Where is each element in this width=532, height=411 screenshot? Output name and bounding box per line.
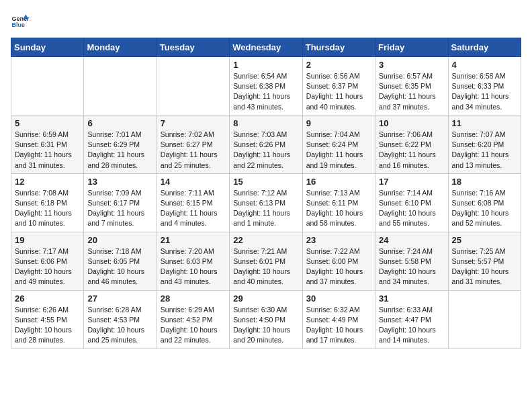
day-cell: 9Sunrise: 7:04 AM Sunset: 6:24 PM Daylig… bbox=[302, 115, 375, 173]
day-number: 19 bbox=[15, 235, 80, 245]
weekday-header-row: SundayMondayTuesdayWednesdayThursdayFrid… bbox=[11, 38, 521, 57]
weekday-header-wednesday: Wednesday bbox=[230, 38, 302, 57]
day-cell: 15Sunrise: 7:12 AM Sunset: 6:13 PM Dayli… bbox=[230, 173, 302, 232]
day-info: Sunrise: 7:07 AM Sunset: 6:20 PM Dayligh… bbox=[452, 130, 517, 171]
day-cell: 24Sunrise: 7:24 AM Sunset: 5:58 PM Dayli… bbox=[375, 232, 448, 290]
day-cell: 30Sunrise: 6:32 AM Sunset: 4:49 PM Dayli… bbox=[302, 290, 375, 349]
day-cell: 2Sunrise: 6:56 AM Sunset: 6:37 PM Daylig… bbox=[302, 57, 375, 116]
day-info: Sunrise: 6:26 AM Sunset: 4:55 PM Dayligh… bbox=[15, 305, 80, 346]
day-info: Sunrise: 7:06 AM Sunset: 6:22 PM Dayligh… bbox=[379, 130, 444, 171]
day-info: Sunrise: 7:13 AM Sunset: 6:11 PM Dayligh… bbox=[306, 188, 371, 229]
day-number: 23 bbox=[306, 235, 371, 245]
day-info: Sunrise: 7:22 AM Sunset: 6:00 PM Dayligh… bbox=[306, 246, 371, 287]
page-header: General Blue bbox=[11, 11, 521, 30]
day-cell bbox=[84, 57, 157, 116]
day-info: Sunrise: 6:33 AM Sunset: 4:47 PM Dayligh… bbox=[379, 305, 444, 346]
day-info: Sunrise: 7:21 AM Sunset: 6:01 PM Dayligh… bbox=[233, 246, 298, 287]
day-info: Sunrise: 6:56 AM Sunset: 6:37 PM Dayligh… bbox=[306, 71, 371, 112]
day-cell: 16Sunrise: 7:13 AM Sunset: 6:11 PM Dayli… bbox=[302, 173, 375, 232]
day-cell: 13Sunrise: 7:09 AM Sunset: 6:17 PM Dayli… bbox=[84, 173, 157, 232]
day-info: Sunrise: 6:59 AM Sunset: 6:31 PM Dayligh… bbox=[15, 130, 80, 171]
day-cell: 12Sunrise: 7:08 AM Sunset: 6:18 PM Dayli… bbox=[11, 173, 84, 232]
day-number: 4 bbox=[452, 60, 517, 70]
day-info: Sunrise: 7:04 AM Sunset: 6:24 PM Dayligh… bbox=[306, 130, 371, 171]
day-number: 24 bbox=[379, 235, 444, 245]
week-row-3: 12Sunrise: 7:08 AM Sunset: 6:18 PM Dayli… bbox=[11, 173, 521, 232]
day-info: Sunrise: 7:20 AM Sunset: 6:03 PM Dayligh… bbox=[161, 246, 226, 287]
day-info: Sunrise: 6:54 AM Sunset: 6:38 PM Dayligh… bbox=[233, 71, 298, 112]
day-cell bbox=[11, 57, 84, 116]
day-info: Sunrise: 7:09 AM Sunset: 6:17 PM Dayligh… bbox=[87, 188, 152, 229]
day-cell: 25Sunrise: 7:25 AM Sunset: 5:57 PM Dayli… bbox=[448, 232, 521, 290]
day-number: 2 bbox=[306, 60, 371, 70]
day-number: 14 bbox=[161, 177, 226, 187]
weekday-header-tuesday: Tuesday bbox=[157, 38, 229, 57]
day-number: 21 bbox=[161, 235, 226, 245]
day-info: Sunrise: 6:28 AM Sunset: 4:53 PM Dayligh… bbox=[87, 305, 152, 346]
day-info: Sunrise: 7:24 AM Sunset: 5:58 PM Dayligh… bbox=[379, 246, 444, 287]
weekday-header-saturday: Saturday bbox=[448, 38, 521, 57]
day-info: Sunrise: 7:11 AM Sunset: 6:15 PM Dayligh… bbox=[161, 188, 226, 229]
day-info: Sunrise: 6:32 AM Sunset: 4:49 PM Dayligh… bbox=[306, 305, 371, 346]
day-number: 3 bbox=[379, 60, 444, 70]
week-row-2: 5Sunrise: 6:59 AM Sunset: 6:31 PM Daylig… bbox=[11, 115, 521, 173]
weekday-header-friday: Friday bbox=[375, 38, 448, 57]
day-cell: 17Sunrise: 7:14 AM Sunset: 6:10 PM Dayli… bbox=[375, 173, 448, 232]
day-cell: 11Sunrise: 7:07 AM Sunset: 6:20 PM Dayli… bbox=[448, 115, 521, 173]
day-cell bbox=[157, 57, 229, 116]
day-info: Sunrise: 7:02 AM Sunset: 6:27 PM Dayligh… bbox=[161, 130, 226, 171]
day-cell: 3Sunrise: 6:57 AM Sunset: 6:35 PM Daylig… bbox=[375, 57, 448, 116]
day-number: 26 bbox=[15, 293, 80, 304]
day-number: 17 bbox=[379, 177, 444, 187]
day-number: 30 bbox=[306, 293, 371, 304]
day-cell: 4Sunrise: 6:58 AM Sunset: 6:33 PM Daylig… bbox=[448, 57, 521, 116]
day-cell: 19Sunrise: 7:17 AM Sunset: 6:06 PM Dayli… bbox=[11, 232, 84, 290]
weekday-header-monday: Monday bbox=[84, 38, 157, 57]
day-number: 15 bbox=[233, 177, 298, 187]
day-cell: 21Sunrise: 7:20 AM Sunset: 6:03 PM Dayli… bbox=[157, 232, 229, 290]
day-number: 16 bbox=[306, 177, 371, 187]
day-cell: 26Sunrise: 6:26 AM Sunset: 4:55 PM Dayli… bbox=[11, 290, 84, 349]
day-cell: 31Sunrise: 6:33 AM Sunset: 4:47 PM Dayli… bbox=[375, 290, 448, 349]
day-cell bbox=[448, 290, 521, 349]
day-number: 7 bbox=[161, 118, 226, 128]
day-cell: 1Sunrise: 6:54 AM Sunset: 6:38 PM Daylig… bbox=[230, 57, 302, 116]
day-info: Sunrise: 7:08 AM Sunset: 6:18 PM Dayligh… bbox=[15, 188, 80, 229]
day-number: 31 bbox=[379, 293, 444, 304]
week-row-5: 26Sunrise: 6:26 AM Sunset: 4:55 PM Dayli… bbox=[11, 290, 521, 349]
day-number: 25 bbox=[452, 235, 517, 245]
day-info: Sunrise: 6:30 AM Sunset: 4:50 PM Dayligh… bbox=[233, 305, 298, 346]
day-info: Sunrise: 6:58 AM Sunset: 6:33 PM Dayligh… bbox=[452, 71, 517, 112]
day-number: 22 bbox=[233, 235, 298, 245]
day-number: 28 bbox=[161, 293, 226, 304]
weekday-header-thursday: Thursday bbox=[302, 38, 375, 57]
day-info: Sunrise: 6:57 AM Sunset: 6:35 PM Dayligh… bbox=[379, 71, 444, 112]
week-row-4: 19Sunrise: 7:17 AM Sunset: 6:06 PM Dayli… bbox=[11, 232, 521, 290]
day-cell: 29Sunrise: 6:30 AM Sunset: 4:50 PM Dayli… bbox=[230, 290, 302, 349]
day-cell: 7Sunrise: 7:02 AM Sunset: 6:27 PM Daylig… bbox=[157, 115, 229, 173]
day-cell: 8Sunrise: 7:03 AM Sunset: 6:26 PM Daylig… bbox=[230, 115, 302, 173]
day-info: Sunrise: 7:16 AM Sunset: 6:08 PM Dayligh… bbox=[452, 188, 517, 229]
day-number: 8 bbox=[233, 118, 298, 128]
day-cell: 5Sunrise: 6:59 AM Sunset: 6:31 PM Daylig… bbox=[11, 115, 84, 173]
day-cell: 14Sunrise: 7:11 AM Sunset: 6:15 PM Dayli… bbox=[157, 173, 229, 232]
weekday-header-sunday: Sunday bbox=[11, 38, 84, 57]
day-cell: 28Sunrise: 6:29 AM Sunset: 4:52 PM Dayli… bbox=[157, 290, 229, 349]
day-cell: 20Sunrise: 7:18 AM Sunset: 6:05 PM Dayli… bbox=[84, 232, 157, 290]
day-number: 12 bbox=[15, 177, 80, 187]
week-row-1: 1Sunrise: 6:54 AM Sunset: 6:38 PM Daylig… bbox=[11, 57, 521, 116]
day-number: 10 bbox=[379, 118, 444, 128]
day-cell: 22Sunrise: 7:21 AM Sunset: 6:01 PM Dayli… bbox=[230, 232, 302, 290]
svg-text:Blue: Blue bbox=[11, 21, 25, 28]
day-number: 5 bbox=[15, 118, 80, 128]
day-info: Sunrise: 7:12 AM Sunset: 6:13 PM Dayligh… bbox=[233, 188, 298, 229]
day-number: 9 bbox=[306, 118, 371, 128]
day-cell: 23Sunrise: 7:22 AM Sunset: 6:00 PM Dayli… bbox=[302, 232, 375, 290]
day-number: 6 bbox=[87, 118, 152, 128]
day-info: Sunrise: 6:29 AM Sunset: 4:52 PM Dayligh… bbox=[161, 305, 226, 346]
day-number: 18 bbox=[452, 177, 517, 187]
day-info: Sunrise: 7:03 AM Sunset: 6:26 PM Dayligh… bbox=[233, 130, 298, 171]
day-cell: 10Sunrise: 7:06 AM Sunset: 6:22 PM Dayli… bbox=[375, 115, 448, 173]
day-info: Sunrise: 7:01 AM Sunset: 6:29 PM Dayligh… bbox=[87, 130, 152, 171]
day-info: Sunrise: 7:25 AM Sunset: 5:57 PM Dayligh… bbox=[452, 246, 517, 287]
